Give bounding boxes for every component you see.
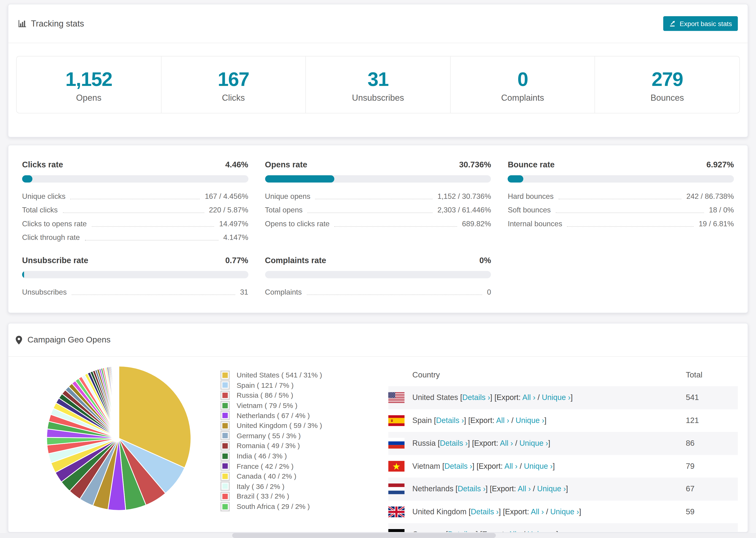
export-button-label: Export basic stats bbox=[680, 20, 732, 27]
rate-progress-fill bbox=[22, 271, 24, 278]
total-cell: 59 bbox=[686, 507, 738, 516]
legend-label: Canada ( 40 / 2% ) bbox=[237, 472, 297, 480]
country-name: Netherlands bbox=[412, 484, 453, 493]
legend-swatch bbox=[220, 441, 230, 451]
stat-label: Bounces bbox=[595, 93, 739, 103]
legend-item: Romania ( 49 / 3% ) bbox=[220, 441, 333, 451]
rate-title: Bounce rate bbox=[508, 160, 555, 170]
stat-value: 0 bbox=[451, 69, 595, 89]
geo-table-row: Netherlands [Details ›] [Export: All › /… bbox=[388, 477, 738, 500]
legend-label: Netherlands ( 67 / 4% ) bbox=[237, 412, 310, 419]
details-link[interactable]: Details › bbox=[458, 484, 486, 493]
country-column-header: Country bbox=[388, 371, 686, 380]
export-unique-link[interactable]: Unique › bbox=[550, 507, 579, 516]
detail-value: 14.497% bbox=[219, 217, 248, 231]
geo-pie-chart bbox=[45, 365, 192, 512]
legend-item: Canada ( 40 / 2% ) bbox=[220, 471, 333, 481]
geo-table: Country Total United States [Details ›] … bbox=[388, 364, 738, 532]
export-all-link[interactable]: All › bbox=[496, 416, 509, 425]
export-all-link[interactable]: All › bbox=[500, 439, 513, 447]
dotted-leader bbox=[72, 295, 235, 295]
country-name: Spain bbox=[412, 416, 432, 425]
geo-table-row: Vietnam [Details ›] [Export: All › / Uni… bbox=[388, 455, 738, 477]
stat-label: Unsubscribes bbox=[306, 93, 450, 103]
total-cell: 86 bbox=[686, 439, 738, 448]
rate-detail-row: Total opens2,303 / 61.446% bbox=[265, 203, 491, 217]
stat-cell: 167Clicks bbox=[161, 56, 305, 113]
legend-swatch bbox=[220, 471, 230, 481]
geo-opens-header: Campaign Geo Opens bbox=[9, 323, 748, 357]
horizontal-scrollbar[interactable] bbox=[0, 533, 756, 538]
export-unique-link[interactable]: Unique › bbox=[527, 530, 556, 533]
detail-label: Unsubscribes bbox=[22, 285, 67, 299]
legend-swatch bbox=[220, 492, 230, 501]
legend-label: Brazil ( 33 / 2% ) bbox=[237, 493, 289, 500]
country-cell: Vietnam [Details ›] [Export: All › / Uni… bbox=[412, 462, 686, 471]
detail-label: Click through rate bbox=[22, 231, 80, 244]
export-all-link[interactable]: All › bbox=[531, 507, 544, 516]
legend-swatch bbox=[220, 391, 230, 400]
export-all-link[interactable]: All › bbox=[518, 484, 531, 493]
details-link[interactable]: Details › bbox=[436, 416, 464, 425]
rate-detail-row: Unique opens1,152 / 30.736% bbox=[265, 189, 491, 203]
es-flag-icon bbox=[388, 415, 405, 426]
legend-label: France ( 42 / 2% ) bbox=[237, 462, 294, 470]
legend-item: United States ( 541 / 31% ) bbox=[220, 370, 333, 380]
geo-opens-card: Campaign Geo Opens United States ( 541 /… bbox=[8, 323, 748, 533]
rate-panel: Bounce rate6.927%Hard bounces242 / 86.73… bbox=[508, 160, 734, 244]
pie-legend: United States ( 541 / 31% )Spain ( 121 /… bbox=[220, 370, 333, 512]
detail-label: Soft bounces bbox=[508, 203, 551, 217]
details-link[interactable]: Details › bbox=[445, 462, 472, 470]
stat-value: 279 bbox=[595, 69, 739, 89]
dotted-leader bbox=[63, 212, 204, 213]
geo-table-row: United States [Details ›] [Export: All ›… bbox=[388, 386, 738, 409]
de-flag-icon bbox=[388, 529, 405, 533]
legend-swatch bbox=[220, 411, 230, 420]
export-unique-link[interactable]: Unique › bbox=[542, 393, 571, 402]
export-unique-link[interactable]: Unique › bbox=[519, 439, 548, 447]
rate-progress-track bbox=[265, 271, 491, 278]
export-all-link[interactable]: All › bbox=[522, 393, 536, 402]
detail-label: Opens to clicks rate bbox=[265, 217, 329, 231]
geo-table-body: United States [Details ›] [Export: All ›… bbox=[388, 386, 738, 533]
dotted-leader bbox=[567, 226, 694, 227]
export-unique-link[interactable]: Unique › bbox=[515, 416, 544, 425]
stat-cell: 279Bounces bbox=[595, 56, 739, 113]
rate-detail-row: Click through rate4.147% bbox=[22, 231, 248, 244]
dotted-leader bbox=[556, 212, 704, 213]
tracking-stats-header: Tracking stats Export basic stats bbox=[9, 4, 748, 43]
legend-item: Spain ( 121 / 7% ) bbox=[220, 380, 333, 390]
legend-swatch bbox=[220, 381, 230, 390]
geo-opens-title: Campaign Geo Opens bbox=[27, 335, 111, 345]
geo-table-header: Country Total bbox=[388, 364, 738, 386]
export-all-link[interactable]: All › bbox=[505, 462, 518, 470]
us-flag-icon bbox=[388, 392, 405, 403]
legend-label: Italy ( 36 / 2% ) bbox=[237, 482, 285, 490]
detail-value: 0 bbox=[487, 285, 491, 299]
geo-table-row: United Kingdom [Details ›] [Export: All … bbox=[388, 501, 738, 523]
map-pin-icon bbox=[16, 336, 22, 344]
export-all-link[interactable]: All › bbox=[508, 530, 521, 533]
detail-value: 167 / 4.456% bbox=[205, 189, 248, 203]
rate-value: 0.77% bbox=[225, 256, 248, 265]
detail-value: 689.82% bbox=[462, 217, 491, 231]
legend-item: United Kingdom ( 59 / 3% ) bbox=[220, 421, 333, 431]
tracking-stats-card: Tracking stats Export basic stats 1,152O… bbox=[8, 4, 748, 137]
details-link[interactable]: Details › bbox=[462, 393, 490, 402]
details-link[interactable]: Details › bbox=[471, 507, 499, 516]
details-link[interactable]: Details › bbox=[448, 530, 476, 533]
legend-label: United States ( 541 / 31% ) bbox=[237, 371, 322, 379]
rate-panel: Clicks rate4.46%Unique clicks167 / 4.456… bbox=[22, 160, 248, 244]
rate-progress-fill bbox=[508, 175, 523, 183]
geo-table-row: Germany [Details ›] [Export: All › / Uni… bbox=[388, 523, 738, 533]
export-basic-stats-button[interactable]: Export basic stats bbox=[664, 16, 738, 31]
export-unique-link[interactable]: Unique › bbox=[524, 462, 553, 470]
export-unique-link[interactable]: Unique › bbox=[537, 484, 566, 493]
vn-flag-icon bbox=[388, 461, 405, 471]
scrollbar-thumb[interactable] bbox=[232, 533, 496, 538]
geo-table-row: Spain [Details ›] [Export: All › / Uniqu… bbox=[388, 409, 738, 432]
total-cell: 541 bbox=[686, 393, 738, 402]
export-icon bbox=[669, 20, 676, 27]
details-link[interactable]: Details › bbox=[440, 439, 468, 447]
country-name: Vietnam bbox=[412, 462, 440, 470]
